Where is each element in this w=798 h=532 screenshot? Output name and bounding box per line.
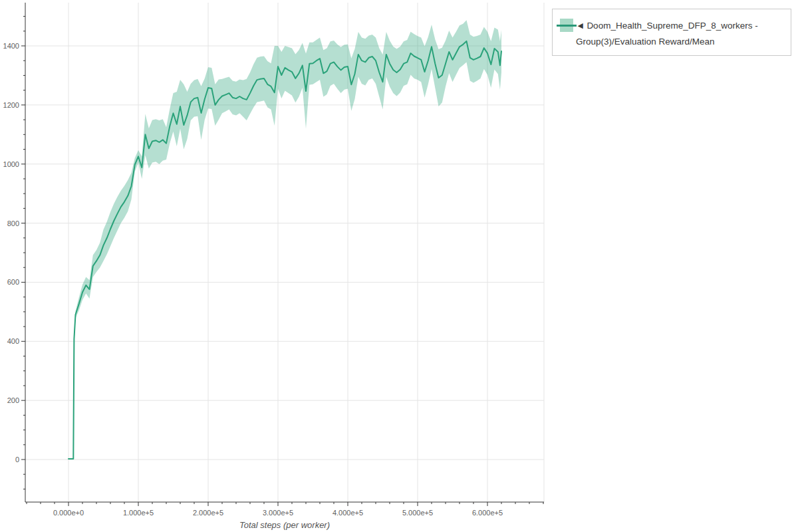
svg-text:400: 400 — [7, 337, 19, 345]
svg-text:1000: 1000 — [3, 160, 19, 168]
legend-line-swatch — [557, 25, 577, 27]
legend-swatch-icon — [557, 19, 577, 32]
svg-text:5.000e+5: 5.000e+5 — [402, 509, 433, 517]
svg-text:2.000e+5: 2.000e+5 — [193, 509, 223, 517]
x-axis-label: Total steps (per worker) — [239, 520, 330, 530]
svg-text:0.000e+0: 0.000e+0 — [53, 509, 84, 517]
svg-text:1.000e+5: 1.000e+5 — [123, 509, 154, 517]
svg-text:1200: 1200 — [3, 101, 19, 109]
svg-text:6.000e+5: 6.000e+5 — [472, 509, 503, 517]
axis-tick-labels: 0.000e+01.000e+52.000e+53.000e+54.000e+5… — [3, 42, 503, 517]
legend[interactable]: ◄Doom_Health_Supreme_DFP_8_workers - Gro… — [552, 9, 791, 56]
svg-text:600: 600 — [7, 278, 19, 286]
mean-line — [68, 41, 501, 459]
legend-series-label: Doom_Health_Supreme_DFP_8_workers - Grou… — [576, 21, 758, 47]
svg-text:3.000e+5: 3.000e+5 — [263, 509, 293, 517]
svg-text:1400: 1400 — [3, 42, 19, 50]
svg-text:4.000e+5: 4.000e+5 — [332, 509, 363, 517]
collapse-triangle-icon[interactable]: ◄ — [576, 21, 585, 31]
svg-text:800: 800 — [7, 219, 19, 227]
confidence-band — [68, 20, 501, 460]
reward-line-chart[interactable]: 0.000e+01.000e+52.000e+53.000e+54.000e+5… — [0, 0, 798, 532]
svg-text:200: 200 — [7, 396, 19, 404]
svg-text:0: 0 — [15, 456, 19, 464]
